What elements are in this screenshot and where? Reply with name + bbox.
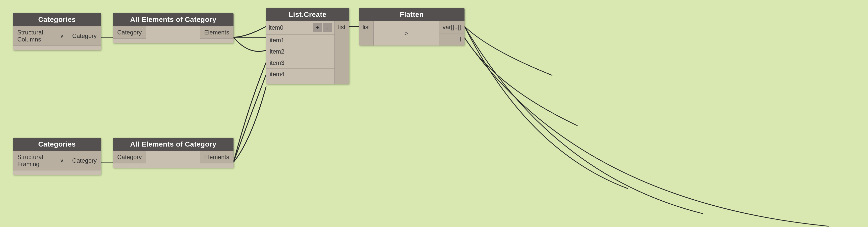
flatten-list-input: list <box>363 24 370 31</box>
chevron-down-icon: ∨ <box>60 158 64 164</box>
list-item-2: item2 <box>266 46 335 57</box>
categories-top-output: Category <box>68 26 101 46</box>
list-create-remove-button[interactable]: - <box>323 23 332 32</box>
categories-bottom-dropdown[interactable]: Structural Framing ∨ <box>13 151 68 170</box>
categories-top-header: Categories <box>13 13 101 26</box>
categories-bottom-header: Categories <box>13 138 101 151</box>
all-elements-top-output: Elements <box>200 26 234 39</box>
list-create-item0: item0 <box>269 24 283 31</box>
flatten-output-bottom: l <box>439 33 465 46</box>
dropdown-value: Structural Framing <box>17 153 58 168</box>
list-create-add-button[interactable]: + <box>313 23 322 32</box>
list-create-output: list <box>335 21 349 33</box>
all-elements-bottom-node: All Elements of Category Category Elemen… <box>113 138 234 168</box>
list-item-1: item1 <box>266 34 335 46</box>
categories-bottom-node: Categories Structural Framing ∨ Category <box>13 138 101 175</box>
flatten-header: Flatten <box>359 8 465 21</box>
dropdown-value: Structural Columns <box>17 29 58 43</box>
all-elements-top-node: All Elements of Category Category Elemen… <box>113 13 234 43</box>
categories-bottom-output: Category <box>68 151 101 170</box>
flatten-output-top: var[]..[] <box>439 21 465 33</box>
categories-top-dropdown[interactable]: Structural Columns ∨ <box>13 26 68 46</box>
all-elements-top-header: All Elements of Category <box>113 13 234 26</box>
all-elements-top-input: Category <box>113 26 146 39</box>
chevron-down-icon: ∨ <box>60 33 64 39</box>
canvas: Categories Structural Columns ∨ Category… <box>0 0 868 227</box>
list-item-4: item4 <box>266 68 335 80</box>
categories-top-node: Categories Structural Columns ∨ Category <box>13 13 101 50</box>
flatten-chevron-icon: > <box>404 29 408 37</box>
flatten-node: Flatten list > var[]..[] l <box>359 8 465 46</box>
list-create-header: List.Create <box>266 8 349 21</box>
all-elements-bottom-input: Category <box>113 151 146 163</box>
all-elements-bottom-header: All Elements of Category <box>113 138 234 151</box>
list-item-3: item3 <box>266 57 335 68</box>
list-create-node: List.Create item0 + - item1 item2 item3 <box>266 8 349 84</box>
all-elements-bottom-output: Elements <box>200 151 234 163</box>
